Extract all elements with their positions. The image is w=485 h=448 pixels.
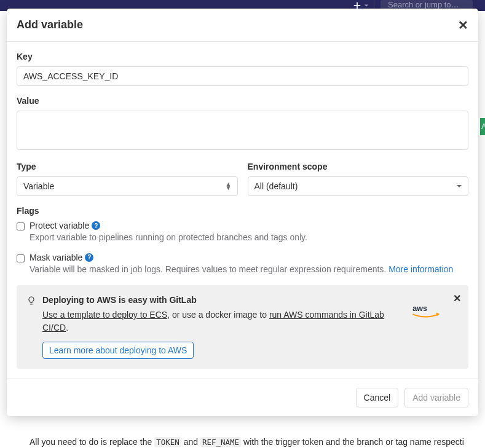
modal-header: Add variable ✕: [7, 9, 478, 42]
aws-logo: aws: [411, 302, 441, 324]
more-information-link[interactable]: More information: [388, 264, 453, 274]
help-icon[interactable]: ?: [92, 221, 100, 230]
env-scope-select[interactable]: All (default): [248, 176, 469, 196]
type-label: Type: [17, 162, 238, 171]
background-help-text: All you need to do is replace the TOKEN …: [30, 437, 464, 447]
callout-text: Use a template to deploy to ECS, or use …: [42, 308, 409, 334]
flags-label: Flags: [17, 206, 468, 216]
env-scope-label: Environment scope: [248, 162, 469, 171]
type-select[interactable]: Variable: [17, 176, 238, 196]
close-icon[interactable]: ✕: [458, 19, 468, 31]
mask-variable-checkbox[interactable]: [17, 254, 25, 262]
mask-variable-title: Mask variable: [30, 253, 82, 262]
svg-rect-1: [354, 5, 361, 6]
cancel-button[interactable]: Cancel: [356, 388, 399, 407]
add-variable-button[interactable]: Add variable: [404, 388, 468, 407]
modal-title: Add variable: [17, 18, 83, 31]
close-icon[interactable]: ✕: [453, 293, 461, 304]
bulb-icon: [26, 296, 36, 359]
mask-variable-desc: Variable will be masked in job logs. Req…: [30, 264, 468, 276]
learn-more-aws-button[interactable]: Learn more about deploying to AWS: [42, 342, 194, 359]
aws-callout: Deploying to AWS is easy with GitLab Use…: [17, 285, 468, 369]
help-icon[interactable]: ?: [85, 253, 93, 262]
svg-text:aws: aws: [412, 305, 427, 313]
ecs-template-link[interactable]: Use a template to deploy to ECS: [42, 310, 167, 320]
green-snippet: A: [480, 118, 485, 135]
protect-variable-desc: Export variable to pipelines running on …: [30, 232, 468, 244]
key-label: Key: [17, 52, 468, 61]
protect-variable-checkbox[interactable]: [17, 222, 25, 230]
value-label: Value: [17, 96, 468, 106]
callout-title: Deploying to AWS is easy with GitLab: [42, 295, 409, 305]
modal-footer: Cancel Add variable: [7, 379, 478, 416]
add-variable-modal: Add variable ✕ Key Value Type Variable ▲…: [7, 9, 478, 416]
protect-variable-title: Protect variable: [30, 221, 89, 230]
key-input[interactable]: [17, 66, 468, 86]
value-input[interactable]: [17, 111, 468, 150]
